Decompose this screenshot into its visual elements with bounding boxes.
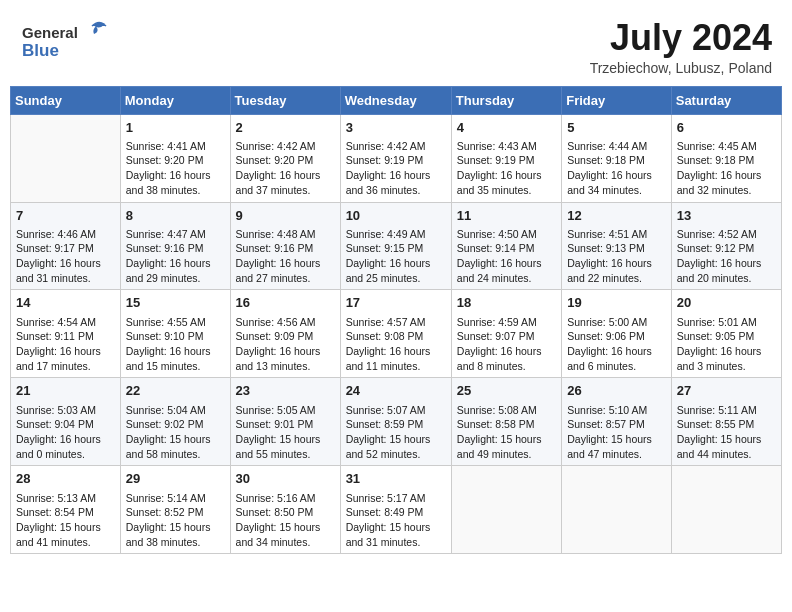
- sunrise-text: Sunrise: 4:50 AM: [457, 227, 556, 242]
- sunrise-text: Sunrise: 4:41 AM: [126, 139, 225, 154]
- sunset-text: Sunset: 8:50 PM: [236, 505, 335, 520]
- calendar-cell: 11Sunrise: 4:50 AMSunset: 9:14 PMDayligh…: [451, 202, 561, 290]
- daylight-text: Daylight: 16 hours and 24 minutes.: [457, 256, 556, 285]
- day-number: 19: [567, 294, 666, 312]
- daylight-text: Daylight: 16 hours and 3 minutes.: [677, 344, 776, 373]
- daylight-text: Daylight: 16 hours and 38 minutes.: [126, 168, 225, 197]
- sunset-text: Sunset: 9:02 PM: [126, 417, 225, 432]
- sunset-text: Sunset: 9:13 PM: [567, 241, 666, 256]
- calendar-cell: 13Sunrise: 4:52 AMSunset: 9:12 PMDayligh…: [671, 202, 781, 290]
- month-year: July 2024: [590, 18, 772, 58]
- sunset-text: Sunset: 9:12 PM: [677, 241, 776, 256]
- sunset-text: Sunset: 8:55 PM: [677, 417, 776, 432]
- daylight-text: Daylight: 16 hours and 36 minutes.: [346, 168, 446, 197]
- day-number: 24: [346, 382, 446, 400]
- calendar-cell: 26Sunrise: 5:10 AMSunset: 8:57 PMDayligh…: [562, 378, 672, 466]
- sunrise-text: Sunrise: 5:16 AM: [236, 491, 335, 506]
- day-number: 21: [16, 382, 115, 400]
- day-number: 29: [126, 470, 225, 488]
- daylight-text: Daylight: 16 hours and 11 minutes.: [346, 344, 446, 373]
- daylight-text: Daylight: 16 hours and 8 minutes.: [457, 344, 556, 373]
- sunrise-text: Sunrise: 5:01 AM: [677, 315, 776, 330]
- logo: General Blue: [20, 18, 110, 62]
- day-number: 15: [126, 294, 225, 312]
- day-number: 23: [236, 382, 335, 400]
- day-number: 25: [457, 382, 556, 400]
- calendar-cell: 29Sunrise: 5:14 AMSunset: 8:52 PMDayligh…: [120, 466, 230, 554]
- daylight-text: Daylight: 16 hours and 35 minutes.: [457, 168, 556, 197]
- sunset-text: Sunset: 9:07 PM: [457, 329, 556, 344]
- weekday-monday: Monday: [120, 86, 230, 114]
- sunrise-text: Sunrise: 4:47 AM: [126, 227, 225, 242]
- sunset-text: Sunset: 8:54 PM: [16, 505, 115, 520]
- calendar-cell: 31Sunrise: 5:17 AMSunset: 8:49 PMDayligh…: [340, 466, 451, 554]
- calendar-cell: 14Sunrise: 4:54 AMSunset: 9:11 PMDayligh…: [11, 290, 121, 378]
- sunset-text: Sunset: 9:20 PM: [126, 153, 225, 168]
- day-number: 12: [567, 207, 666, 225]
- sunset-text: Sunset: 9:09 PM: [236, 329, 335, 344]
- day-number: 28: [16, 470, 115, 488]
- calendar-cell: 10Sunrise: 4:49 AMSunset: 9:15 PMDayligh…: [340, 202, 451, 290]
- calendar-cell: [562, 466, 672, 554]
- day-number: 3: [346, 119, 446, 137]
- sunrise-text: Sunrise: 5:07 AM: [346, 403, 446, 418]
- daylight-text: Daylight: 16 hours and 29 minutes.: [126, 256, 225, 285]
- calendar-cell: [671, 466, 781, 554]
- day-number: 4: [457, 119, 556, 137]
- sunrise-text: Sunrise: 4:51 AM: [567, 227, 666, 242]
- sunrise-text: Sunrise: 4:52 AM: [677, 227, 776, 242]
- sunrise-text: Sunrise: 5:17 AM: [346, 491, 446, 506]
- sunset-text: Sunset: 9:04 PM: [16, 417, 115, 432]
- day-number: 14: [16, 294, 115, 312]
- sunrise-text: Sunrise: 4:43 AM: [457, 139, 556, 154]
- daylight-text: Daylight: 16 hours and 31 minutes.: [16, 256, 115, 285]
- calendar-cell: 8Sunrise: 4:47 AMSunset: 9:16 PMDaylight…: [120, 202, 230, 290]
- daylight-text: Daylight: 16 hours and 37 minutes.: [236, 168, 335, 197]
- calendar-cell: 17Sunrise: 4:57 AMSunset: 9:08 PMDayligh…: [340, 290, 451, 378]
- calendar-cell: 22Sunrise: 5:04 AMSunset: 9:02 PMDayligh…: [120, 378, 230, 466]
- sunset-text: Sunset: 8:58 PM: [457, 417, 556, 432]
- weekday-header-row: SundayMondayTuesdayWednesdayThursdayFrid…: [11, 86, 782, 114]
- daylight-text: Daylight: 16 hours and 13 minutes.: [236, 344, 335, 373]
- sunrise-text: Sunrise: 4:54 AM: [16, 315, 115, 330]
- sunrise-text: Sunrise: 4:42 AM: [236, 139, 335, 154]
- day-number: 16: [236, 294, 335, 312]
- day-number: 20: [677, 294, 776, 312]
- weekday-wednesday: Wednesday: [340, 86, 451, 114]
- daylight-text: Daylight: 15 hours and 44 minutes.: [677, 432, 776, 461]
- calendar-cell: 20Sunrise: 5:01 AMSunset: 9:05 PMDayligh…: [671, 290, 781, 378]
- day-number: 13: [677, 207, 776, 225]
- day-number: 26: [567, 382, 666, 400]
- sunset-text: Sunset: 9:11 PM: [16, 329, 115, 344]
- day-number: 30: [236, 470, 335, 488]
- calendar-cell: 19Sunrise: 5:00 AMSunset: 9:06 PMDayligh…: [562, 290, 672, 378]
- day-number: 31: [346, 470, 446, 488]
- calendar-cell: 21Sunrise: 5:03 AMSunset: 9:04 PMDayligh…: [11, 378, 121, 466]
- sunrise-text: Sunrise: 4:59 AM: [457, 315, 556, 330]
- sunset-text: Sunset: 8:59 PM: [346, 417, 446, 432]
- svg-text:Blue: Blue: [22, 41, 59, 60]
- sunset-text: Sunset: 9:16 PM: [126, 241, 225, 256]
- sunset-text: Sunset: 9:14 PM: [457, 241, 556, 256]
- daylight-text: Daylight: 16 hours and 22 minutes.: [567, 256, 666, 285]
- daylight-text: Daylight: 15 hours and 58 minutes.: [126, 432, 225, 461]
- calendar-cell: [11, 114, 121, 202]
- sunset-text: Sunset: 9:06 PM: [567, 329, 666, 344]
- sunset-text: Sunset: 9:19 PM: [457, 153, 556, 168]
- daylight-text: Daylight: 16 hours and 32 minutes.: [677, 168, 776, 197]
- sunrise-text: Sunrise: 5:10 AM: [567, 403, 666, 418]
- calendar-cell: 4Sunrise: 4:43 AMSunset: 9:19 PMDaylight…: [451, 114, 561, 202]
- calendar-cell: 9Sunrise: 4:48 AMSunset: 9:16 PMDaylight…: [230, 202, 340, 290]
- day-number: 1: [126, 119, 225, 137]
- svg-text:General: General: [22, 24, 78, 41]
- logo-svg: General Blue: [20, 18, 110, 62]
- sunset-text: Sunset: 9:05 PM: [677, 329, 776, 344]
- daylight-text: Daylight: 16 hours and 17 minutes.: [16, 344, 115, 373]
- daylight-text: Daylight: 16 hours and 25 minutes.: [346, 256, 446, 285]
- sunrise-text: Sunrise: 4:49 AM: [346, 227, 446, 242]
- calendar-cell: 27Sunrise: 5:11 AMSunset: 8:55 PMDayligh…: [671, 378, 781, 466]
- calendar-cell: 25Sunrise: 5:08 AMSunset: 8:58 PMDayligh…: [451, 378, 561, 466]
- sunset-text: Sunset: 8:49 PM: [346, 505, 446, 520]
- sunset-text: Sunset: 9:15 PM: [346, 241, 446, 256]
- sunset-text: Sunset: 9:16 PM: [236, 241, 335, 256]
